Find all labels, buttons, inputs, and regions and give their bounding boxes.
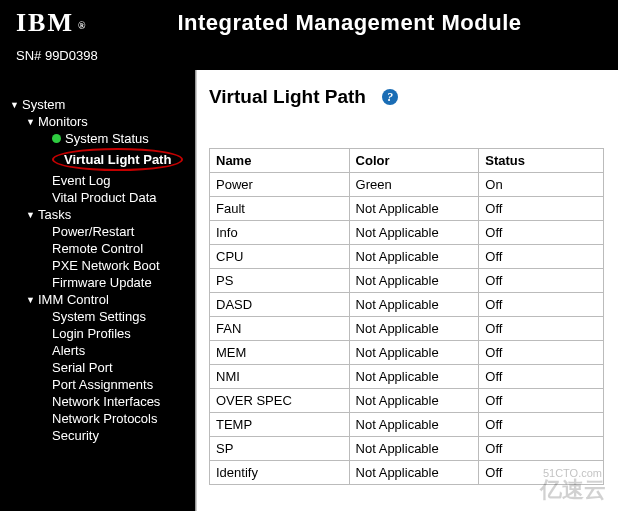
- cell-color: Not Applicable: [349, 341, 479, 365]
- cell-name: NMI: [210, 365, 350, 389]
- cell-name: Identify: [210, 461, 350, 485]
- nav-item-label: Remote Control: [52, 241, 143, 256]
- table-row: TEMPNot ApplicableOff: [210, 413, 604, 437]
- col-name: Name: [210, 149, 350, 173]
- nav-item-label: Virtual Light Path: [52, 148, 183, 171]
- nav-item-firmware-update[interactable]: Firmware Update: [8, 274, 195, 291]
- cell-status: On: [479, 173, 604, 197]
- nav-item-alerts[interactable]: Alerts: [8, 342, 195, 359]
- nav-item-label: Monitors: [38, 114, 88, 129]
- nav-item-network-interfaces[interactable]: Network Interfaces: [8, 393, 195, 410]
- table-row: SPNot ApplicableOff: [210, 437, 604, 461]
- content-pane: Virtual Light Path ? Name Color Status P…: [196, 70, 618, 511]
- table-header-row: Name Color Status: [210, 149, 604, 173]
- cell-color: Not Applicable: [349, 413, 479, 437]
- cell-status: Off: [479, 221, 604, 245]
- nav-item-system-settings[interactable]: System Settings: [8, 308, 195, 325]
- table-row: FaultNot ApplicableOff: [210, 197, 604, 221]
- nav-item-label: System Settings: [52, 309, 146, 324]
- serial-number: SN# 99D0398: [16, 48, 98, 63]
- nav-item-label: Login Profiles: [52, 326, 131, 341]
- nav-item-label: IMM Control: [38, 292, 109, 307]
- col-color: Color: [349, 149, 479, 173]
- nav-item-label: PXE Network Boot: [52, 258, 160, 273]
- virtual-light-path-table: Name Color Status PowerGreenOnFaultNot A…: [209, 148, 604, 485]
- nav-item-login-profiles[interactable]: Login Profiles: [8, 325, 195, 342]
- nav-item-power/restart[interactable]: Power/Restart: [8, 223, 195, 240]
- cell-status: Off: [479, 437, 604, 461]
- cell-name: TEMP: [210, 413, 350, 437]
- expand-arrow-icon[interactable]: ▼: [26, 117, 36, 127]
- col-status: Status: [479, 149, 604, 173]
- cell-name: Info: [210, 221, 350, 245]
- cell-color: Not Applicable: [349, 197, 479, 221]
- table-row: InfoNot ApplicableOff: [210, 221, 604, 245]
- ibm-logo: IBM ®: [16, 8, 87, 38]
- table-row: CPUNot ApplicableOff: [210, 245, 604, 269]
- table-row: MEMNot ApplicableOff: [210, 341, 604, 365]
- header-bar: IBM ® Integrated Management Module: [0, 0, 618, 46]
- cell-color: Not Applicable: [349, 461, 479, 485]
- nav-item-network-protocols[interactable]: Network Protocols: [8, 410, 195, 427]
- nav-item-label: Port Assignments: [52, 377, 153, 392]
- cell-status: Off: [479, 317, 604, 341]
- nav-item-system[interactable]: ▼System: [8, 96, 195, 113]
- status-dot-icon: [52, 134, 61, 143]
- registered-icon: ®: [78, 20, 87, 31]
- nav-item-serial-port[interactable]: Serial Port: [8, 359, 195, 376]
- cell-color: Not Applicable: [349, 269, 479, 293]
- cell-color: Not Applicable: [349, 221, 479, 245]
- table-row: DASDNot ApplicableOff: [210, 293, 604, 317]
- nav-item-imm-control[interactable]: ▼IMM Control: [8, 291, 195, 308]
- cell-status: Off: [479, 341, 604, 365]
- nav-item-virtual-light-path[interactable]: Virtual Light Path: [8, 147, 195, 172]
- cell-color: Not Applicable: [349, 293, 479, 317]
- cell-color: Not Applicable: [349, 389, 479, 413]
- cell-status: Off: [479, 269, 604, 293]
- nav-item-label: Alerts: [52, 343, 85, 358]
- nav-item-remote-control[interactable]: Remote Control: [8, 240, 195, 257]
- app-title: Integrated Management Module: [177, 10, 521, 36]
- cell-name: PS: [210, 269, 350, 293]
- logo-text: IBM: [16, 8, 74, 38]
- sidebar-nav[interactable]: ▼System▼MonitorsSystem StatusVirtual Lig…: [0, 70, 196, 511]
- table-row: OVER SPECNot ApplicableOff: [210, 389, 604, 413]
- table-row: PSNot ApplicableOff: [210, 269, 604, 293]
- cell-status: Off: [479, 389, 604, 413]
- nav-item-security[interactable]: Security: [8, 427, 195, 444]
- nav-item-label: Network Interfaces: [52, 394, 160, 409]
- cell-name: SP: [210, 437, 350, 461]
- nav-item-monitors[interactable]: ▼Monitors: [8, 113, 195, 130]
- nav-item-label: Event Log: [52, 173, 111, 188]
- nav-item-label: System Status: [65, 131, 149, 146]
- nav-item-port-assignments[interactable]: Port Assignments: [8, 376, 195, 393]
- nav-item-label: System: [22, 97, 65, 112]
- expand-arrow-icon[interactable]: ▼: [26, 210, 36, 220]
- table-row: FANNot ApplicableOff: [210, 317, 604, 341]
- cell-color: Not Applicable: [349, 245, 479, 269]
- cell-name: CPU: [210, 245, 350, 269]
- cell-name: FAN: [210, 317, 350, 341]
- cell-status: Off: [479, 245, 604, 269]
- cell-status: Off: [479, 365, 604, 389]
- nav-item-system-status[interactable]: System Status: [8, 130, 195, 147]
- main-area: ▼System▼MonitorsSystem StatusVirtual Lig…: [0, 70, 618, 511]
- page-title: Virtual Light Path: [209, 86, 366, 108]
- nav-item-pxe-network-boot[interactable]: PXE Network Boot: [8, 257, 195, 274]
- nav-item-label: Tasks: [38, 207, 71, 222]
- nav-item-label: Firmware Update: [52, 275, 152, 290]
- nav-tree: ▼System▼MonitorsSystem StatusVirtual Lig…: [0, 70, 195, 452]
- page-title-row: Virtual Light Path ?: [209, 86, 608, 108]
- cell-name: Fault: [210, 197, 350, 221]
- expand-arrow-icon[interactable]: ▼: [26, 295, 36, 305]
- cell-color: Not Applicable: [349, 365, 479, 389]
- nav-item-label: Power/Restart: [52, 224, 134, 239]
- nav-item-event-log[interactable]: Event Log: [8, 172, 195, 189]
- cell-status: Off: [479, 293, 604, 317]
- expand-arrow-icon[interactable]: ▼: [10, 100, 20, 110]
- cell-name: DASD: [210, 293, 350, 317]
- table-row: NMINot ApplicableOff: [210, 365, 604, 389]
- help-icon[interactable]: ?: [382, 89, 398, 105]
- nav-item-vital-product-data[interactable]: Vital Product Data: [8, 189, 195, 206]
- nav-item-tasks[interactable]: ▼Tasks: [8, 206, 195, 223]
